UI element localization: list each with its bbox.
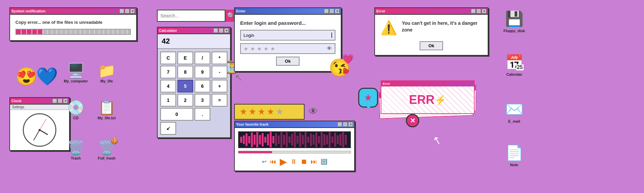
calc-btn-add[interactable]: + [212,80,227,92]
enter-maximize-button[interactable]: □ [329,9,334,13]
music-titlebar: Your favorite track _ □ ✕ [235,121,354,128]
pwd-dot-4: ★ [264,46,268,52]
star-3[interactable]: ★ [258,107,265,117]
enter-close-button[interactable]: ✕ [335,9,339,13]
music-progress-track[interactable] [238,151,351,153]
music-counter-button[interactable]: 🔢 [321,158,327,165]
error-close-button[interactable]: ✕ [482,9,486,13]
calc-btn-0[interactable]: 0 [160,108,193,121]
desktop-icon-floppy[interactable]: 💾 Floppy_disk [499,10,529,33]
calculator-window: Calculator _ □ ✕ 42 C E / * 7 8 9 - 4 5 … [157,27,231,138]
sysnotif-progress-bar [15,29,131,35]
desktop-icon-cd[interactable]: 💿 CD [62,101,89,120]
music-close-button[interactable]: ✕ [348,122,353,127]
enter-ok-row: Ok [240,57,335,66]
music-repeat-button[interactable]: ↩ [262,158,266,165]
error-window: Error _ □ ✕ ⚠️ You can't get in here, it… [374,7,488,56]
enter-title: Enter [236,9,324,13]
calc-btn-9[interactable]: 9 [195,66,210,78]
calendar-icon: 📅 25 [505,54,524,71]
sysnotif-minimize-button[interactable]: _ [119,9,124,13]
calc-btn-3[interactable]: 3 [195,94,210,107]
clock-minute-hand [33,130,40,141]
sysnotif-title: System notification [11,9,119,13]
login-window: Enter _ □ ✕ Enter login and password... … [234,7,341,72]
calc-btn-7[interactable]: 7 [160,66,176,78]
calendar-label: Calendar [506,72,522,76]
star-5[interactable]: ★ [276,107,283,117]
clock-center [39,129,41,131]
clock-maximize-button[interactable]: □ [58,99,62,103]
password-toggle-eye-icon[interactable]: 👁 [327,46,332,52]
calc-title: Calculator [159,28,213,33]
pwd-dot-1: ★ [244,46,248,52]
calc-btn-1[interactable]: 1 [160,94,176,107]
my-computer-label: My_computer [64,79,88,83]
music-stop-button[interactable]: ⏹ [301,158,307,166]
calc-btn-e[interactable]: E [177,52,193,64]
login-input[interactable] [244,33,331,38]
desktop-icon-note[interactable]: 📄 Note [499,144,529,167]
calc-btn-8[interactable]: 8 [177,66,193,78]
calc-btn-dot[interactable]: . [195,108,210,121]
calc-minimize-button[interactable]: _ [213,28,218,33]
error-maximize-button[interactable]: □ [476,9,481,13]
desktop-icon-email[interactable]: ✉️ E_mail [499,101,529,123]
desktop-icon-my-life[interactable]: 📁 My_life [93,64,120,83]
music-controls: ↩ ⏮ ▶ ⏸ ⏹ ⏭ 🔢 [238,156,351,167]
calc-close-button[interactable]: ✕ [224,28,229,33]
music-minimize-button[interactable]: _ [337,122,342,127]
my-life-icon: 📁 [98,64,115,78]
desktop-icon-trash[interactable]: 🗑️ Trash [62,141,89,160]
star-4[interactable]: ★ [267,107,274,117]
pwd-dot-5: ★ [270,46,275,52]
system-notification-window: System notification _ □ ✕ Copy error... … [9,7,137,41]
calc-titlebar: Calculator _ □ ✕ [158,27,230,34]
calc-display: 42 [158,34,230,49]
music-prev-button[interactable]: ⏮ [270,158,276,166]
music-pause-button[interactable]: ⏸ [290,158,297,166]
music-title: Your favorite track [236,122,337,126]
clock-minimize-button[interactable]: _ [52,99,57,103]
enter-minimize-button[interactable]: _ [324,9,329,13]
calc-maximize-button[interactable]: □ [219,28,223,33]
trash-icon: 🗑️ [67,141,85,155]
enter-ok-button[interactable]: Ok [276,57,299,66]
star-1[interactable]: ★ [239,107,247,117]
glitch-win-3: Error ERR ⚡ [381,80,475,114]
desktop-icon-my-computer[interactable]: 🖥️ My_computer [62,64,89,83]
music-maximize-button[interactable]: □ [343,122,347,127]
my-life-txt-icon: 📋 [98,101,115,115]
full-trash-label: Full_trash [98,156,116,160]
calc-btn-div[interactable]: / [195,52,210,64]
desktop-icon-full-trash[interactable]: 🗑️🍪 Full_trash [93,141,120,160]
password-field[interactable]: ★ ★ ★ ★ ★ 👁 [240,43,335,54]
calc-btn-backslash[interactable]: ↙ [160,122,176,135]
calc-btn-2[interactable]: 2 [177,94,193,107]
login-field[interactable] [240,30,335,41]
calc-btn-4[interactable]: 4 [160,80,176,92]
calc-btn-eq[interactable]: = [212,94,227,107]
error-ok-button[interactable]: Ok [420,41,443,50]
password-dots: ★ ★ ★ ★ ★ [244,46,327,52]
enter-prompt: Enter login and password... [240,20,335,26]
calc-btn-c[interactable]: C [160,52,176,64]
sysnotif-close-button[interactable]: ✕ [130,9,135,13]
error-minimize-button[interactable]: _ [471,9,476,13]
calc-btn-6[interactable]: 6 [195,80,210,92]
speech-bubble-star-icon: ★ [364,92,372,103]
music-next-button[interactable]: ⏭ [311,158,317,166]
clock-menu[interactable]: Settings [10,105,69,110]
enter-titlebar: Enter _ □ ✕ [235,8,341,15]
calc-btn-5[interactable]: 5 [177,80,193,92]
sysnotif-titlebar: System notification _ □ ✕ [10,8,136,15]
desktop-icon-calendar[interactable]: 📅 25 Calendar [499,54,529,76]
floppy-disk-icon: 💾 [505,10,524,27]
music-play-button[interactable]: ▶ [280,156,287,167]
star-2[interactable]: ★ [249,107,256,117]
search-input[interactable] [158,12,225,20]
cursor-blink [331,33,332,38]
sysnotif-maximize-button[interactable]: □ [125,9,129,13]
pwd-dot-3: ★ [257,46,262,52]
desktop-icon-my-life-txt[interactable]: 📋 My_life.txt [93,101,120,120]
